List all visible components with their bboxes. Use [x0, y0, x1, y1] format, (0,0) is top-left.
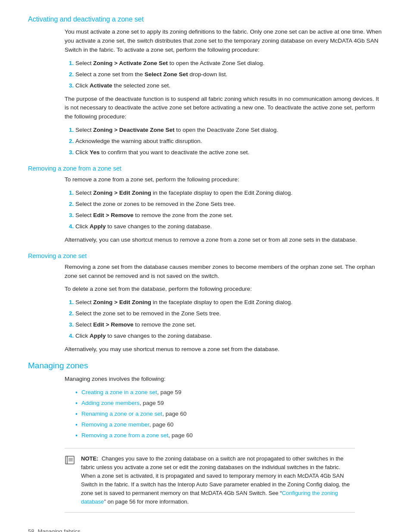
managing-zones-section: Managing zones Managing zones involves t…	[28, 361, 383, 440]
rfs-step-1: Select Zoning > Edit Zoning in the facep…	[75, 189, 383, 198]
footer-page-number: 58	[28, 528, 34, 532]
page-container: Activating and deactivating a zone set Y…	[0, 0, 411, 532]
svg-rect-0	[65, 456, 74, 464]
rs-step-4: Click Apply to save changes to the zonin…	[75, 332, 383, 341]
managing-zones-list: Creating a zone in a zone set, page 59 A…	[75, 388, 383, 440]
removing-set-intro: Removing a zone set from the database ca…	[65, 263, 383, 281]
managing-zones-intro: Managing zones involves the following:	[65, 375, 383, 384]
note-content: NOTE: Changes you save to the zoning dat…	[81, 454, 355, 507]
deactivate-step-3: Click Yes to confirm that you want to de…	[75, 148, 383, 157]
activate-step-2: Select a zone set from the Select Zone S…	[75, 70, 383, 79]
removing-set-title: Removing a zone set	[28, 252, 383, 259]
removing-set-steps-list: Select Zoning > Edit Zoning in the facep…	[75, 298, 383, 341]
activate-step-1: Select Zoning > Activate Zone Set to ope…	[75, 59, 383, 68]
note-box: NOTE: Changes you save to the zoning dat…	[65, 448, 355, 513]
deactivate-steps-list: Select Zoning > Deactivate Zone Set to o…	[75, 126, 383, 157]
note-label: NOTE:	[81, 455, 98, 462]
managing-zones-title: Managing zones	[28, 361, 383, 370]
mz-item-3: Renaming a zone or a zone set, page 60	[75, 410, 383, 419]
removing-from-set-intro: To remove a zone from a zone set, perfor…	[65, 175, 383, 184]
note-link[interactable]: Configuring the zoning database	[81, 490, 338, 505]
mz-link-4[interactable]: Removing a zone member	[81, 421, 149, 428]
removing-set-outro: Alternatively, you may use shortcut menu…	[65, 345, 383, 354]
mz-item-5: Removing a zone from a zone set, page 60	[75, 431, 383, 440]
removing-from-set-title: Removing a zone from a zone set	[28, 165, 383, 172]
activate-steps-list: Select Zoning > Activate Zone Set to ope…	[75, 59, 383, 90]
footer-text: Managing fabrics	[37, 528, 80, 532]
removing-from-set-outro: Alternatively, you can use shortcut menu…	[65, 236, 383, 245]
rs-step-2: Select the zone set to be removed in the…	[75, 309, 383, 318]
activate-step-3: Click Activate the selected zone set.	[75, 81, 383, 90]
removing-set-intro2: To delete a zone set from the database, …	[65, 285, 383, 294]
mz-item-2: Adding zone members, page 59	[75, 399, 383, 408]
mz-link-2[interactable]: Adding zone members	[81, 400, 140, 406]
activating-intro: You must activate a zone set to apply it…	[65, 28, 383, 55]
page-footer: 58 Managing fabrics	[28, 526, 383, 532]
removing-from-set-section: Removing a zone from a zone set To remov…	[28, 165, 383, 245]
rs-step-3: Select Edit > Remove to remove the zone …	[75, 320, 383, 330]
removing-from-set-steps-list: Select Zoning > Edit Zoning in the facep…	[75, 189, 383, 231]
rs-step-1: Select Zoning > Edit Zoning in the facep…	[75, 298, 383, 307]
activating-title: Activating and deactivating a zone set	[28, 16, 383, 23]
rfs-step-3: Select Edit > Remove to remove the zone …	[75, 211, 383, 220]
rfs-step-4: Click Apply to save changes to the zonin…	[75, 222, 383, 231]
deactivate-step-1: Select Zoning > Deactivate Zone Set to o…	[75, 126, 383, 135]
mz-link-1[interactable]: Creating a zone in a zone set	[81, 389, 157, 395]
rfs-step-2: Select the zone or zones to be removed i…	[75, 200, 383, 209]
deactivate-step-2: Acknowledge the warning about traffic di…	[75, 137, 383, 146]
removing-set-section: Removing a zone set Removing a zone set …	[28, 252, 383, 354]
mz-link-5[interactable]: Removing a zone from a zone set	[81, 432, 168, 439]
mz-link-3[interactable]: Renaming a zone or a zone set	[81, 411, 162, 417]
mz-item-1: Creating a zone in a zone set, page 59	[75, 388, 383, 397]
note-icon	[65, 455, 77, 467]
mz-item-4: Removing a zone member, page 60	[75, 420, 383, 429]
deactivate-intro: The purpose of the deactivate function i…	[65, 95, 383, 122]
activating-section: Activating and deactivating a zone set Y…	[28, 16, 383, 157]
